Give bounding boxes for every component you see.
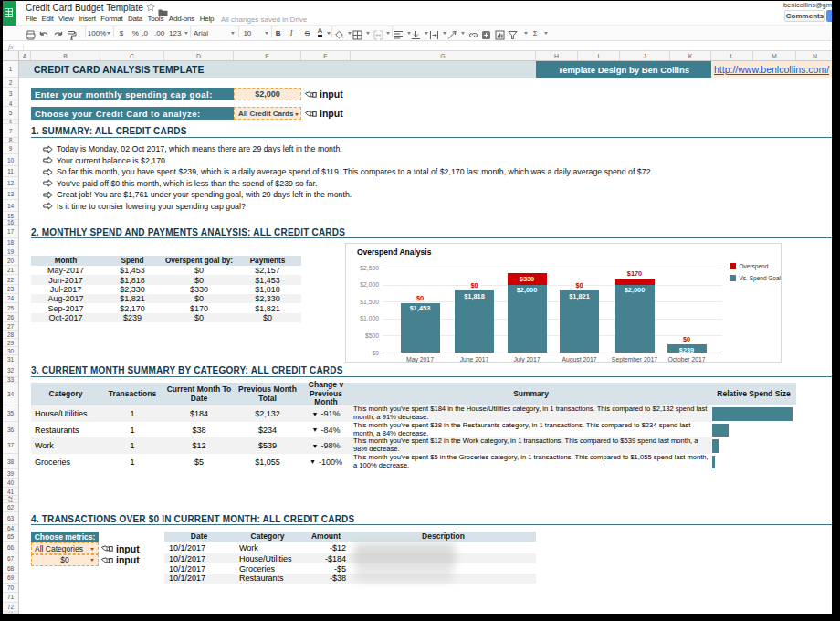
row-header-25[interactable]: 25 bbox=[3, 303, 18, 313]
row-header-18[interactable]: 18 bbox=[3, 238, 18, 247]
column-header-L[interactable]: L bbox=[711, 51, 753, 60]
column-header-E[interactable]: E bbox=[234, 51, 301, 60]
row-header-27[interactable]: 27 bbox=[3, 322, 18, 331]
row-header-9[interactable]: 9 bbox=[3, 143, 18, 154]
format-percent-button[interactable]: % bbox=[132, 26, 139, 39]
text-rotate-icon-caret[interactable] bbox=[461, 32, 465, 35]
decrease-decimals-button[interactable]: .0 bbox=[142, 26, 148, 39]
row-header-3[interactable]: 3 bbox=[3, 88, 18, 100]
menu-help[interactable]: Help bbox=[200, 15, 215, 23]
row-header-70[interactable]: 70 bbox=[3, 584, 18, 594]
column-header-M[interactable]: M bbox=[753, 51, 796, 60]
borders-icon-caret[interactable] bbox=[366, 32, 370, 35]
comments-button[interactable]: Comments bbox=[784, 10, 825, 22]
row-header-21[interactable]: 21 bbox=[3, 266, 18, 275]
functions-icon[interactable]: Σ bbox=[533, 26, 538, 39]
row-header-34[interactable]: 34 bbox=[3, 383, 18, 405]
credit-link[interactable]: http://www.benlcollins.com/ bbox=[711, 64, 829, 75]
row-header-20[interactable]: 20 bbox=[3, 256, 18, 266]
row-header-22[interactable]: 22 bbox=[3, 275, 18, 285]
column-header-D[interactable]: D bbox=[164, 51, 234, 60]
format-currency-button[interactable]: $ bbox=[120, 26, 123, 39]
row-header-11[interactable]: 11 bbox=[3, 166, 18, 177]
italic-button[interactable]: I bbox=[290, 26, 293, 39]
dropdown-arrow-icon[interactable] bbox=[90, 559, 94, 562]
row-header-13[interactable]: 13 bbox=[3, 189, 18, 200]
row-header-29[interactable]: 29 bbox=[3, 339, 18, 347]
row-header-26[interactable]: 26 bbox=[3, 313, 18, 322]
row-header-37[interactable]: 37 bbox=[3, 437, 18, 454]
row-header-62[interactable]: 62 bbox=[3, 503, 18, 512]
row-header-72[interactable]: 72 bbox=[3, 603, 18, 613]
star-icon[interactable] bbox=[146, 3, 155, 14]
row-header-39[interactable]: 39 bbox=[3, 469, 18, 479]
row-header-14[interactable]: 14 bbox=[3, 200, 18, 212]
row-header-23[interactable]: 23 bbox=[3, 285, 18, 294]
text-color-button-caret[interactable] bbox=[327, 32, 331, 35]
zoom-select-caret[interactable] bbox=[107, 32, 110, 35]
row-header-41[interactable]: 41 bbox=[3, 488, 18, 496]
strikethrough-button[interactable]: S bbox=[305, 26, 310, 39]
row-header-31[interactable]: 31 bbox=[3, 355, 18, 363]
column-header-N[interactable]: N bbox=[796, 51, 832, 60]
menu-data[interactable]: Data bbox=[128, 15, 142, 23]
font-size-select-caret[interactable] bbox=[265, 32, 268, 35]
overspend-chart[interactable]: Overspend Analysis$0$500$1,000$1,500$2,0… bbox=[345, 243, 782, 363]
row-header-2[interactable]: 2 bbox=[3, 78, 18, 88]
metric-dropdown-1[interactable]: All Categories bbox=[31, 542, 99, 554]
dropdown-arrow-icon[interactable] bbox=[90, 548, 94, 551]
row-header-30[interactable]: 30 bbox=[3, 347, 18, 355]
fill-color-icon-caret[interactable] bbox=[348, 32, 352, 35]
zoom-select[interactable]: 100% bbox=[88, 26, 106, 39]
menu-edit[interactable]: Edit bbox=[42, 15, 54, 23]
row-header-71[interactable]: 71 bbox=[3, 593, 18, 603]
grid-corner-box[interactable] bbox=[3, 51, 19, 61]
row-header-17[interactable]: 17 bbox=[3, 226, 18, 238]
number-format-button[interactable]: 123 bbox=[169, 26, 181, 39]
column-header-K[interactable]: K bbox=[670, 51, 711, 60]
row-header-63[interactable]: 63 bbox=[3, 512, 18, 525]
row-header-24[interactable]: 24 bbox=[3, 294, 18, 303]
menu-addons[interactable]: Add-ons bbox=[169, 15, 194, 23]
menu-view[interactable]: View bbox=[58, 15, 73, 23]
row-header-40[interactable]: 40 bbox=[3, 479, 18, 488]
column-header-H[interactable]: H bbox=[536, 51, 578, 60]
merge-cells-icon-caret[interactable] bbox=[386, 32, 390, 35]
font-size-select[interactable]: 10 bbox=[243, 26, 251, 39]
formula-bar[interactable] bbox=[3, 42, 832, 51]
row-header-67[interactable]: 67 bbox=[3, 553, 18, 563]
font-family-select[interactable]: Arial bbox=[194, 26, 208, 39]
column-header-A[interactable]: A bbox=[19, 51, 31, 60]
row-header-4[interactable]: 4 bbox=[3, 100, 18, 107]
text-color-button[interactable]: A bbox=[318, 26, 322, 37]
row-header-5[interactable]: 5 bbox=[3, 107, 18, 120]
dropdown-arrow-icon[interactable] bbox=[295, 113, 299, 116]
text-wrap-icon-caret[interactable] bbox=[443, 32, 446, 35]
row-header-35[interactable]: 35 bbox=[3, 405, 18, 422]
row-header-19[interactable]: 19 bbox=[3, 247, 18, 256]
column-header-F[interactable]: F bbox=[301, 51, 351, 60]
row-header-64[interactable]: 64 bbox=[3, 525, 18, 532]
number-format-button-caret[interactable] bbox=[184, 32, 188, 35]
row-header-7[interactable]: 7 bbox=[3, 124, 18, 138]
menu-tools[interactable]: Tools bbox=[148, 15, 164, 23]
increase-decimals-button[interactable]: .00 bbox=[154, 26, 164, 39]
sheets-logo-icon[interactable] bbox=[2, 1, 16, 26]
row-header-1[interactable]: 1 bbox=[3, 61, 18, 78]
doc-title[interactable]: Credit Card Budget Template bbox=[26, 3, 143, 13]
column-header-B[interactable]: B bbox=[31, 51, 100, 60]
row-header-28[interactable]: 28 bbox=[3, 331, 18, 339]
menu-insert[interactable]: Insert bbox=[79, 15, 96, 23]
vertical-align-icon-caret[interactable] bbox=[425, 32, 428, 35]
row-header-69[interactable]: 69 bbox=[3, 574, 18, 584]
font-family-select-caret[interactable] bbox=[231, 32, 235, 35]
row-header-15[interactable]: 15 bbox=[3, 212, 18, 220]
row-header-38[interactable]: 38 bbox=[3, 454, 18, 469]
metric-dropdown-2[interactable]: $0 bbox=[31, 554, 99, 566]
column-header-C[interactable]: C bbox=[100, 51, 164, 60]
row-header-65[interactable]: 65 bbox=[3, 532, 18, 542]
bold-button[interactable]: B bbox=[276, 26, 281, 39]
column-header-G[interactable]: G bbox=[351, 51, 536, 60]
menu-file[interactable]: File bbox=[26, 15, 37, 23]
spending-cap-input[interactable]: $2,000 bbox=[234, 88, 301, 100]
